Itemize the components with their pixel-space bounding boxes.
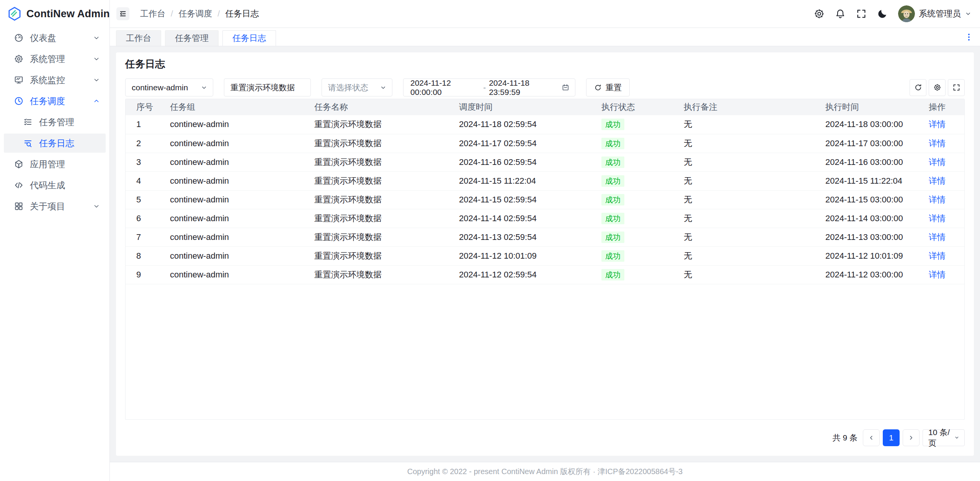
status-badge: 成功 — [601, 157, 624, 168]
task-name-input[interactable]: 重置演示环境数据 — [224, 78, 311, 96]
col-header-index: 序号 — [126, 99, 164, 115]
detail-link[interactable]: 详情 — [929, 139, 946, 148]
column-settings-button[interactable] — [929, 79, 946, 96]
table-row: 9continew-admin重置演示环境数据2024-11-12 02:59:… — [126, 265, 964, 284]
log-search-icon — [23, 138, 33, 148]
sidebar-item-task-log[interactable]: 任务日志 — [4, 134, 106, 153]
task-name-value: 重置演示环境数据 — [230, 82, 295, 93]
cell-status: 成功 — [595, 209, 678, 228]
sidebar-item-app-mgmt[interactable]: 应用管理 — [4, 155, 106, 174]
cell-actions: 详情 — [923, 246, 964, 265]
cell-name: 重置演示环境数据 — [308, 153, 453, 171]
tab-more-icon[interactable] — [964, 32, 974, 42]
cell-group: continew-admin — [164, 134, 308, 153]
sidebar-item-system-mgmt[interactable]: 系统管理 — [4, 49, 106, 68]
cell-schedule-time: 2024-11-15 02:59:54 — [453, 190, 595, 209]
detail-link[interactable]: 详情 — [929, 270, 946, 279]
app-title: ContiNew Admin — [26, 8, 110, 20]
fullscreen-table-button[interactable] — [948, 79, 965, 96]
chevron-down-icon — [954, 435, 960, 441]
cell-group: continew-admin — [164, 190, 308, 209]
notification-bell-icon[interactable] — [835, 8, 846, 19]
date-range-picker[interactable]: 2024-11-12 00:00:00 - 2024-11-18 23:59:5… — [403, 78, 575, 96]
breadcrumb: 工作台 / 任务调度 / 任务日志 — [140, 8, 259, 20]
code-icon — [14, 180, 24, 190]
status-badge: 成功 — [601, 194, 624, 205]
prev-page-button[interactable] — [863, 429, 880, 446]
cell-exec-time: 2024-11-15 03:00:00 — [819, 190, 923, 209]
settings-icon[interactable] — [814, 8, 825, 19]
status-select[interactable]: 请选择状态 — [322, 78, 392, 96]
cell-exec-time: 2024-11-12 03:00:00 — [819, 265, 923, 284]
chevron-down-icon — [93, 76, 100, 84]
refresh-icon — [594, 84, 602, 91]
sidebar-collapse-button[interactable] — [116, 7, 129, 20]
sidebar-item-schedule[interactable]: 任务调度 — [4, 91, 106, 111]
cell-index: 4 — [126, 171, 164, 190]
footer: Copyright © 2022 - present ContiNew Admi… — [110, 462, 980, 481]
page-title: 任务日志 — [125, 58, 965, 70]
cell-remark: 无 — [678, 134, 819, 153]
sidebar-item-task-mgmt[interactable]: 任务管理 — [4, 113, 106, 132]
table-toolbar — [910, 79, 965, 96]
chevron-down-icon — [965, 10, 972, 17]
task-log-card: 任务日志 continew-admin 重置演示环境数据 请选择状态 — [116, 52, 974, 456]
cell-index: 8 — [126, 246, 164, 265]
avatar[interactable] — [898, 5, 915, 22]
sidebar-item-label: 任务调度 — [30, 95, 93, 107]
reset-button[interactable]: 重置 — [586, 78, 630, 96]
cell-name: 重置演示环境数据 — [308, 246, 453, 265]
sidebar-item-system-mon[interactable]: 系统监控 — [4, 70, 106, 90]
page-number-button[interactable]: 1 — [883, 429, 900, 446]
tab-task-log[interactable]: 任务日志 — [222, 30, 276, 46]
status-badge: 成功 — [601, 250, 624, 262]
col-header-exec-time: 执行时间 — [819, 99, 923, 115]
page-size-select[interactable]: 10 条/页 — [923, 429, 965, 446]
tab-workbench[interactable]: 工作台 — [116, 30, 161, 46]
detail-link[interactable]: 详情 — [929, 157, 946, 167]
cell-actions: 详情 — [923, 171, 964, 190]
dashboard-icon — [14, 33, 24, 43]
cell-group: continew-admin — [164, 246, 308, 265]
detail-link[interactable]: 详情 — [929, 232, 946, 242]
cell-exec-time: 2024-11-13 03:00:00 — [819, 228, 923, 246]
detail-link[interactable]: 详情 — [929, 214, 946, 223]
cell-index: 7 — [126, 228, 164, 246]
cell-status: 成功 — [595, 153, 678, 171]
status-placeholder: 请选择状态 — [328, 82, 368, 93]
table-row: 7continew-admin重置演示环境数据2024-11-13 02:59:… — [126, 228, 964, 246]
refresh-table-button[interactable] — [910, 79, 926, 96]
cell-schedule-time: 2024-11-12 02:59:54 — [453, 265, 595, 284]
dark-mode-moon-icon[interactable] — [877, 8, 888, 19]
col-header-actions: 操作 — [923, 99, 964, 115]
page-size-value: 10 条/页 — [928, 427, 954, 448]
tab-task-mgmt[interactable]: 任务管理 — [165, 30, 219, 46]
fullscreen-icon[interactable] — [856, 8, 867, 19]
next-page-button[interactable] — [903, 429, 920, 446]
detail-link[interactable]: 详情 — [929, 251, 946, 261]
chevron-up-icon — [93, 97, 100, 105]
cell-remark: 无 — [678, 209, 819, 228]
task-group-select[interactable]: continew-admin — [125, 78, 213, 96]
cell-index: 6 — [126, 209, 164, 228]
detail-link[interactable]: 详情 — [929, 119, 946, 129]
breadcrumb-item[interactable]: 工作台 — [140, 8, 165, 20]
cell-exec-time: 2024-11-16 03:00:00 — [819, 153, 923, 171]
col-header-name: 任务名称 — [308, 99, 453, 115]
sidebar-item-label: 应用管理 — [30, 158, 100, 170]
sidebar-item-about[interactable]: 关于项目 — [4, 197, 106, 216]
breadcrumb-item[interactable]: 任务调度 — [178, 8, 212, 20]
detail-link[interactable]: 详情 — [929, 195, 946, 204]
topbar-actions: 系统管理员 — [814, 5, 972, 22]
detail-link[interactable]: 详情 — [929, 176, 946, 186]
cell-schedule-time: 2024-11-14 02:59:54 — [453, 209, 595, 228]
sidebar: ContiNew Admin 仪表盘系统管理系统监控任务调度任务管理任务日志应用… — [0, 0, 110, 481]
cell-index: 3 — [126, 153, 164, 171]
tab-label: 任务管理 — [175, 33, 209, 44]
sidebar-item-codegen[interactable]: 代码生成 — [4, 176, 106, 195]
list-check-icon — [23, 117, 33, 127]
cell-name: 重置演示环境数据 — [308, 115, 453, 134]
cell-remark: 无 — [678, 265, 819, 284]
user-menu[interactable]: 系统管理员 — [898, 5, 972, 22]
sidebar-item-dashboard[interactable]: 仪表盘 — [4, 28, 106, 47]
